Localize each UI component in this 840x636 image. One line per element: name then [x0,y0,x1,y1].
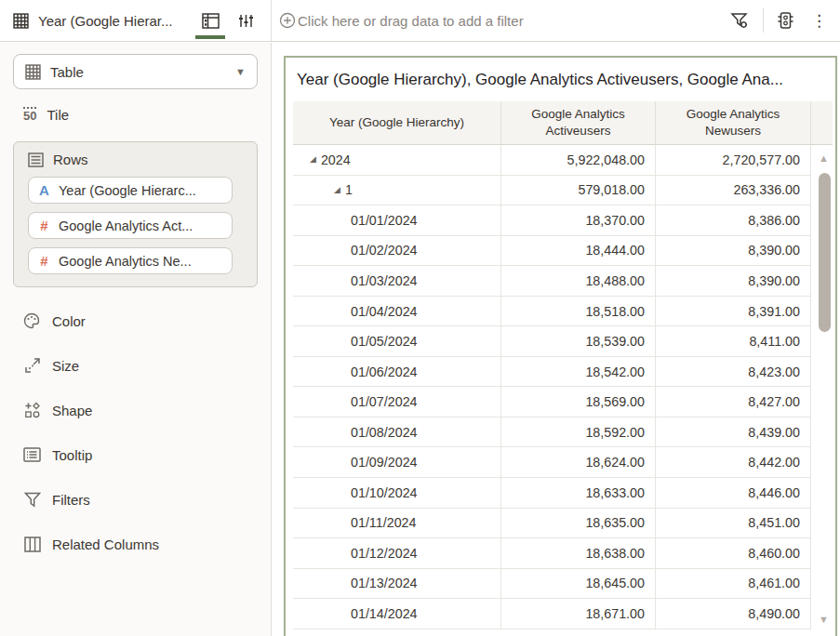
table-row: ◢20245,922,048.002,720,577.00 [293,145,833,176]
newusers-cell[interactable]: 8,386.00 [656,205,811,236]
row-header-cell[interactable]: 01/02/2024 [293,236,501,267]
activeusers-cell[interactable]: 18,569.00 [501,387,656,417]
attribute-icon: A [38,182,50,198]
column-header[interactable]: Google Analytics Activeusers [501,101,656,145]
add-filter-placeholder: Click here or drag data to add a filter [298,13,524,29]
activeusers-cell[interactable]: 5,922,048.00 [501,145,656,176]
newusers-cell[interactable]: 263,336.00 [656,176,811,206]
row-header-cell[interactable]: 01/03/2024 [293,266,501,297]
row-label: 01/01/2024 [351,213,418,228]
newusers-cell[interactable]: 8,442.00 [656,447,811,478]
table-viz-icon [25,64,41,80]
drop-target-filters[interactable]: Filters [13,477,258,522]
tab-grammar-panel[interactable] [193,0,228,42]
drop-target-label: Related Columns [52,537,159,552]
activeusers-cell[interactable]: 18,635.00 [501,509,656,539]
collapse-triangle-icon[interactable]: ◢ [310,155,316,164]
measure-icon: # [38,253,50,269]
row-header-cell[interactable]: 01/04/2024 [293,297,501,327]
newusers-cell[interactable]: 8,391.00 [656,297,811,327]
activeusers-cell[interactable]: 18,671.00 [501,599,656,629]
more-options-menu-icon[interactable]: ⋮ [807,13,831,29]
row-header-cell[interactable]: 01/08/2024 [293,417,501,448]
viz-type-dropdown[interactable]: Table ▼ [13,54,258,89]
tooltip-icon [23,447,41,462]
activeusers-cell[interactable]: 18,624.00 [501,447,656,478]
activeusers-cell[interactable]: 18,488.00 [501,266,656,297]
drop-target-shape[interactable]: Shape [13,388,258,432]
scrollbar-thumb[interactable] [819,173,831,332]
top-bar-actions: ⋮ [730,8,831,33]
newusers-cell[interactable]: 8,451.00 [656,509,811,539]
activeusers-cell[interactable]: 18,518.00 [501,297,656,327]
table-row: 01/10/202418,633.008,446.00 [293,478,833,509]
table-row: 01/08/202418,592.008,439.00 [293,417,833,448]
rows-drop-zone[interactable]: Rows AYear (Google Hierarc...#Google Ana… [13,141,258,287]
row-header-cell[interactable]: 01/13/2024 [293,569,501,600]
row-header-cell[interactable]: 01/09/2024 [293,447,501,478]
drop-target-size[interactable]: Size [13,343,258,388]
row-header-cell[interactable]: 01/06/2024 [293,357,501,388]
activeusers-cell[interactable]: 18,638.00 [501,538,656,569]
row-header-cell[interactable]: 01/01/2024 [293,205,501,236]
rows-field-pill[interactable]: #Google Analytics Act... [28,212,233,239]
activeusers-cell[interactable]: 18,645.00 [501,569,656,600]
tile-icon: 50 [23,107,36,122]
row-header-cell[interactable]: 01/14/2024 [293,599,501,629]
newusers-cell[interactable]: 8,439.00 [656,417,811,448]
row-header-cell[interactable]: ◢1 [293,176,501,206]
grammar-sidebar: Table ▼ 50 Tile Rows AYear (Google Hiera… [0,43,272,636]
row-header-cell[interactable]: 01/11/2024 [293,509,501,539]
activeusers-cell[interactable]: 18,444.00 [501,236,656,267]
activeusers-cell[interactable]: 18,592.00 [501,417,656,448]
newusers-cell[interactable]: 8,390.00 [656,236,811,267]
drop-target-label: Filters [52,492,90,508]
newusers-cell[interactable]: 8,490.00 [656,599,811,629]
rows-field-pill[interactable]: #Google Analytics Ne... [28,247,233,274]
activeusers-cell[interactable]: 18,633.00 [501,478,656,509]
activeusers-cell[interactable]: 18,539.00 [501,326,656,357]
table-viz-icon [13,13,29,29]
drop-target-tooltip[interactable]: Tooltip [13,432,258,477]
newusers-cell[interactable]: 8,411.00 [656,326,811,357]
top-bar-left: Year (Google Hierar... [0,0,272,41]
scroll-up-icon[interactable]: ▲ [819,152,829,164]
drop-target-related-columns[interactable]: Related Columns [13,522,258,566]
scroll-down-icon[interactable]: ▼ [819,614,829,625]
newusers-cell[interactable]: 2,720,577.00 [656,145,811,176]
table-visualization[interactable]: Year (Google Hierarchy), Google Analytic… [284,56,837,636]
newusers-cell[interactable]: 8,390.00 [656,266,811,297]
drop-target-label: Tooltip [52,447,92,463]
activeusers-cell[interactable]: 579,018.00 [501,176,656,206]
drop-target-tile[interactable]: 50 Tile [13,95,258,134]
row-header-cell[interactable]: 01/12/2024 [293,538,501,569]
newusers-cell[interactable]: 8,423.00 [656,357,811,388]
tab-properties[interactable] [228,0,263,42]
column-header[interactable]: Google Analytics Newusers [656,101,811,145]
table-row: 01/02/202418,444.008,390.00 [293,236,833,267]
add-filter-bar[interactable]: Click here or drag data to add a filter [279,12,730,29]
activeusers-cell[interactable]: 18,542.00 [501,357,656,388]
vertical-scrollbar[interactable]: ▲ ▼ [818,101,832,629]
row-header-cell[interactable]: 01/10/2024 [293,478,501,509]
row-header-cell[interactable]: 01/05/2024 [293,326,501,357]
column-header[interactable]: Year (Google Hierarchy) [293,101,501,145]
data-settings-icon[interactable] [777,11,794,30]
rows-field-pill[interactable]: AYear (Google Hierarc... [28,177,233,204]
rows-icon [28,152,44,167]
collapse-triangle-icon[interactable]: ◢ [334,186,340,194]
drop-target-label: Size [52,358,79,374]
filter-settings-icon[interactable] [730,11,750,30]
color-icon [23,312,41,329]
row-header-cell[interactable]: 01/07/2024 [293,387,501,417]
activeusers-cell[interactable]: 18,370.00 [501,205,656,236]
row-header-cell[interactable]: ◢2024 [293,145,501,176]
newusers-cell[interactable]: 8,446.00 [656,478,811,509]
plus-circle-icon [279,12,296,29]
row-label: 01/08/2024 [351,425,418,440]
drop-target-color[interactable]: Color [13,298,258,343]
drop-target-label: Shape [52,403,92,418]
newusers-cell[interactable]: 8,460.00 [656,538,811,569]
newusers-cell[interactable]: 8,461.00 [656,569,811,600]
newusers-cell[interactable]: 8,427.00 [656,387,811,417]
